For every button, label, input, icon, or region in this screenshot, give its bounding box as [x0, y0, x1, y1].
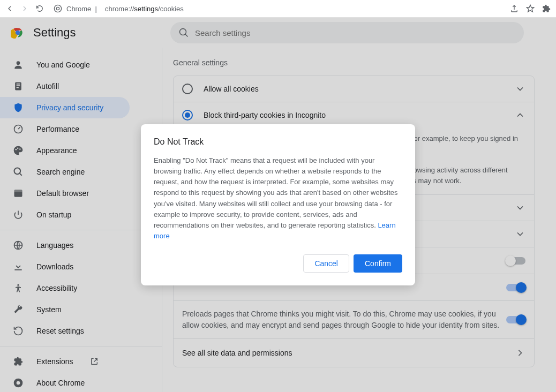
cancel-button[interactable]: Cancel	[303, 254, 349, 273]
do-not-track-dialog: Do Not Track Enabling "Do Not Track" mea…	[141, 124, 415, 285]
dialog-body-text: Enabling "Do Not Track" means that a req…	[154, 156, 398, 229]
bookmark-icon[interactable]	[525, 3, 536, 14]
omnibox-url: chrome://settings/cookies	[105, 5, 184, 13]
chrome-icon	[54, 4, 62, 13]
browser-chrome-bar: Chrome | chrome://settings/cookies	[0, 0, 556, 18]
dialog-title: Do Not Track	[154, 137, 402, 147]
confirm-button[interactable]: Confirm	[354, 254, 402, 273]
reload-button[interactable]	[34, 3, 45, 14]
dialog-body: Enabling "Do Not Track" means that a req…	[154, 155, 402, 242]
omnibox-label: Chrome |	[66, 5, 101, 13]
svg-point-1	[56, 7, 59, 10]
dialog-actions: Cancel Confirm	[154, 254, 402, 273]
extensions-icon[interactable]	[541, 3, 552, 14]
modal-overlay: Do Not Track Enabling "Do Not Track" mea…	[0, 18, 556, 392]
forward-button[interactable]	[19, 3, 30, 14]
svg-point-0	[54, 5, 61, 12]
share-icon[interactable]	[509, 3, 520, 14]
back-button[interactable]	[4, 3, 15, 14]
omnibox[interactable]: Chrome | chrome://settings/cookies	[49, 4, 505, 13]
